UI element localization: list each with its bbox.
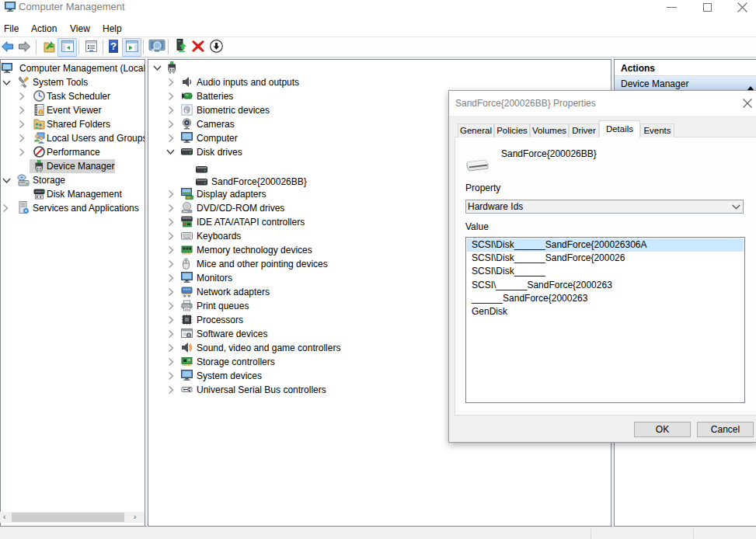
svg-text:?: ? xyxy=(110,40,117,52)
